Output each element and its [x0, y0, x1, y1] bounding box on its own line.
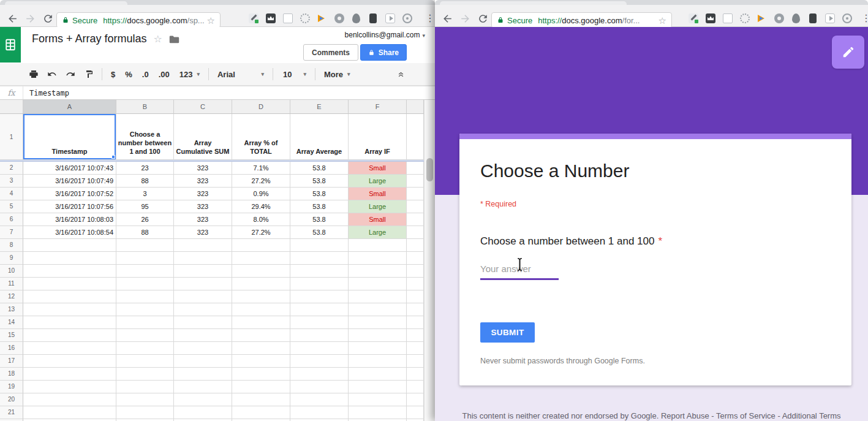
document-title[interactable]: Forms + Array formulas	[32, 32, 147, 45]
back-button[interactable]	[442, 13, 454, 25]
header-cell[interactable]: Choose a number between 1 and 100	[116, 114, 174, 160]
cell[interactable]	[232, 329, 290, 342]
cell[interactable]	[290, 303, 349, 316]
cell-empty[interactable]	[407, 188, 424, 200]
cell[interactable]	[349, 316, 407, 329]
font-family-select[interactable]: Arial▾	[213, 70, 269, 79]
cell[interactable]	[23, 355, 116, 368]
cell[interactable]	[349, 342, 407, 355]
cell[interactable]	[290, 329, 349, 342]
row-number[interactable]: 7	[0, 226, 23, 239]
cell[interactable]: 3/16/2017 10:07:52	[23, 188, 116, 200]
cell[interactable]	[116, 329, 174, 342]
browser-menu-dots-icon[interactable]: ⋮	[861, 12, 868, 24]
cell[interactable]	[232, 406, 290, 419]
cell[interactable]: 95	[116, 200, 174, 213]
cell[interactable]: Large	[349, 200, 407, 213]
cell[interactable]	[174, 303, 232, 316]
cell-empty[interactable]	[407, 175, 424, 188]
cell[interactable]	[407, 252, 424, 265]
cell[interactable]	[23, 316, 116, 329]
cell[interactable]: 323	[174, 200, 232, 213]
cell[interactable]	[407, 316, 424, 329]
cell[interactable]	[232, 342, 290, 355]
cell[interactable]	[174, 316, 232, 329]
arrow-extension-icon[interactable]	[317, 13, 327, 23]
cell[interactable]: Large	[349, 175, 407, 188]
row-number[interactable]: 1	[0, 114, 23, 160]
cell[interactable]	[23, 381, 116, 393]
scrollbar-thumb[interactable]	[426, 158, 433, 181]
vertical-scrollbar[interactable]	[424, 100, 435, 421]
header-cell[interactable]: Array IF	[349, 114, 407, 160]
header-cell[interactable]: Timestamp	[23, 114, 116, 160]
cell[interactable]	[407, 278, 424, 290]
cell[interactable]	[174, 368, 232, 381]
cell[interactable]	[116, 316, 174, 329]
cell[interactable]	[174, 239, 232, 252]
cell[interactable]	[407, 290, 424, 303]
cell[interactable]	[290, 290, 349, 303]
column-header-D[interactable]: D	[232, 100, 290, 114]
cell[interactable]: 3/16/2017 10:07:56	[23, 200, 116, 213]
cell[interactable]	[349, 381, 407, 393]
cell[interactable]: 53.8	[290, 175, 349, 188]
cell[interactable]	[349, 265, 407, 278]
cell[interactable]	[174, 252, 232, 265]
address-bar[interactable]: Secure https://docs.google.com/sp... ☆	[56, 12, 221, 28]
cell[interactable]	[290, 342, 349, 355]
cell[interactable]: 323	[174, 213, 232, 226]
undo-button[interactable]	[43, 69, 61, 80]
cell[interactable]	[407, 406, 424, 419]
cell[interactable]: 23	[116, 162, 174, 175]
print-button[interactable]	[25, 69, 43, 80]
bookmark-star-icon[interactable]: ☆	[207, 16, 215, 25]
format-percent-button[interactable]: %	[120, 70, 137, 79]
row-number[interactable]: 10	[0, 265, 23, 278]
cell[interactable]	[23, 303, 116, 316]
droplet-extension-icon[interactable]	[352, 13, 360, 23]
cell[interactable]	[290, 252, 349, 265]
cell[interactable]	[232, 252, 290, 265]
forward-button[interactable]	[459, 13, 472, 25]
cell[interactable]	[290, 316, 349, 329]
cell[interactable]	[116, 368, 174, 381]
cell[interactable]	[23, 342, 116, 355]
forward-button[interactable]	[25, 13, 37, 25]
cell[interactable]: 8.0%	[232, 213, 290, 226]
cell[interactable]: 26	[116, 213, 174, 226]
row-number[interactable]: 8	[0, 239, 23, 252]
cell[interactable]	[349, 329, 407, 342]
cell[interactable]	[349, 368, 407, 381]
cell[interactable]: 29.4%	[232, 200, 290, 213]
eyedropper-extension-icon[interactable]	[689, 13, 698, 23]
cell-empty[interactable]	[407, 162, 424, 175]
column-header-partial[interactable]	[407, 100, 424, 114]
cell[interactable]	[232, 355, 290, 368]
cell[interactable]	[23, 329, 116, 342]
cell[interactable]	[116, 290, 174, 303]
row-number[interactable]: 11	[0, 278, 23, 290]
cell[interactable]	[349, 252, 407, 265]
cell[interactable]	[174, 393, 232, 406]
row-number[interactable]: 3	[0, 175, 23, 188]
cell[interactable]	[407, 239, 424, 252]
cell[interactable]: 0.9%	[232, 188, 290, 200]
row-number[interactable]: 16	[0, 342, 23, 355]
cell[interactable]	[290, 368, 349, 381]
cell[interactable]: 3/16/2017 10:07:43	[23, 162, 116, 175]
cell[interactable]: 53.8	[290, 162, 349, 175]
cell[interactable]	[116, 393, 174, 406]
target-extension-icon[interactable]	[842, 13, 852, 23]
cell[interactable]: 3/16/2017 10:07:49	[23, 175, 116, 188]
cell[interactable]	[23, 406, 116, 419]
cell[interactable]	[407, 393, 424, 406]
column-header-B[interactable]: B	[116, 100, 174, 114]
collapse-toolbar-button[interactable]	[396, 69, 406, 80]
row-number[interactable]: 20	[0, 393, 23, 406]
cell[interactable]	[349, 355, 407, 368]
comments-button[interactable]: Comments	[303, 44, 358, 61]
cell[interactable]	[116, 265, 174, 278]
cell[interactable]	[407, 381, 424, 393]
reload-button[interactable]	[477, 13, 489, 25]
